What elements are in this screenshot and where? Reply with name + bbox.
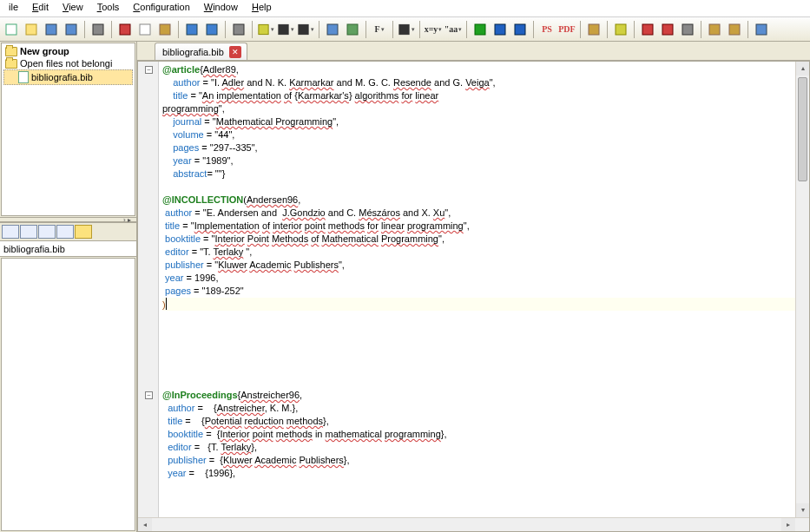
menu-ile[interactable]: ile (2, 0, 25, 16)
paste-button[interactable] (155, 20, 175, 39)
menu-window[interactable]: Window (197, 0, 245, 16)
menu-edit[interactable]: Edit (25, 0, 56, 16)
code-line[interactable]: booktitle = "Interior Point Methods of M… (162, 233, 795, 246)
highlight-button[interactable] (256, 20, 275, 39)
copy-button[interactable] (135, 20, 155, 39)
code-line[interactable] (162, 181, 795, 194)
code-line[interactable]: volume = "44", (162, 128, 795, 141)
forward-button[interactable] (510, 20, 530, 39)
code-line[interactable]: title = "An implementation of {Karmarkar… (162, 89, 795, 102)
ghost-button[interactable] (638, 20, 657, 39)
code-line[interactable]: journal = "Mathematical Programming", (162, 115, 795, 128)
mini-tab-3[interactable] (38, 225, 56, 239)
table-button[interactable] (323, 20, 342, 39)
grid2-button[interactable] (725, 20, 744, 39)
equation-button[interactable]: x=y (424, 20, 443, 39)
project-tree[interactable]: New groupOpen files not belongibibliogra… (2, 43, 135, 87)
code-line[interactable] (162, 350, 795, 363)
acrobat-button[interactable] (658, 20, 677, 39)
svg-rect-15 (347, 24, 358, 35)
code-line[interactable] (162, 376, 795, 389)
mini-tab-1[interactable] (2, 225, 19, 239)
close-icon[interactable]: ✕ (229, 46, 241, 58)
play-button[interactable] (491, 20, 510, 39)
code-line[interactable] (162, 337, 795, 350)
editor-tab-bibliografia[interactable]: bibliografia.bib ✕ (155, 43, 247, 60)
fold-gutter[interactable]: −− (138, 62, 159, 517)
code-line[interactable]: pages = "189-252" (162, 285, 795, 298)
svg-rect-7 (160, 24, 170, 35)
grid3-button[interactable] (752, 20, 771, 39)
code-line[interactable] (162, 311, 795, 324)
scroll-down-arrow-icon[interactable]: ▾ (796, 503, 809, 517)
image-button[interactable] (343, 20, 362, 39)
numbering-button[interactable] (296, 20, 315, 39)
menu-view[interactable]: View (56, 0, 90, 16)
cut-button[interactable] (115, 20, 135, 39)
svg-rect-9 (207, 24, 217, 35)
code-line[interactable]: year = {1996}, (162, 467, 795, 480)
code-line[interactable]: author = {Anstreicher, K. M.}, (162, 402, 795, 415)
code-line[interactable] (162, 363, 795, 376)
scroll-up-arrow-icon[interactable]: ▴ (796, 62, 809, 76)
save-button[interactable] (42, 20, 61, 39)
greek-button[interactable]: "aa (444, 20, 463, 39)
run-button[interactable] (471, 20, 490, 39)
redo-button[interactable] (202, 20, 221, 39)
code-line[interactable]: booktitle = {Interior point methods in m… (162, 428, 795, 441)
code-line[interactable]: ) (162, 298, 795, 311)
new-project-button[interactable] (2, 20, 21, 39)
open-button[interactable] (22, 20, 41, 39)
next-button[interactable] (584, 20, 603, 39)
pdf-button[interactable]: PDF (557, 20, 576, 39)
code-line[interactable]: title = "Implementation of interior poin… (162, 220, 795, 233)
code-line[interactable]: programming", (162, 102, 795, 115)
scroll-right-arrow-icon[interactable]: ▸ (781, 518, 795, 531)
code-line[interactable]: publisher = "Kluwer Academic Publishers"… (162, 259, 795, 272)
code-line[interactable] (162, 324, 795, 337)
menu-configuration[interactable]: Configuration (126, 0, 196, 16)
mini-tab-4[interactable] (56, 225, 74, 239)
find-button[interactable] (229, 20, 248, 39)
tree-node-bibliografia.bib[interactable]: bibliografia.bib (3, 69, 133, 85)
fold-toggle-icon[interactable]: − (145, 66, 153, 74)
svg-rect-14 (327, 24, 338, 35)
ps-button[interactable]: PS (537, 20, 556, 39)
tree-node-new-group[interactable]: New group (3, 45, 133, 57)
code-line[interactable]: @INCOLLECTION(Andersen96, (162, 194, 795, 207)
svg-rect-4 (93, 24, 103, 35)
code-editor[interactable]: @article{Adler89, author = "I. Adler and… (159, 62, 795, 517)
code-line[interactable]: pages = "297--335", (162, 141, 795, 154)
vertical-scrollbar[interactable]: ▴ ▾ (795, 62, 809, 517)
horizontal-scrollbar[interactable]: ◂ ▸ (138, 517, 809, 531)
code-line[interactable]: year = 1996, (162, 272, 795, 285)
code-line[interactable]: abstract= ""} (162, 167, 795, 181)
undo-button[interactable] (182, 20, 201, 39)
menu-tools[interactable]: Tools (90, 0, 127, 16)
code-line[interactable]: author = "E. Andersen and J.Gondzio and … (162, 207, 795, 220)
font-button[interactable]: F (370, 20, 389, 39)
print-button[interactable] (89, 20, 108, 39)
code-line[interactable]: title = {Potential reduction methods}, (162, 415, 795, 428)
code-line[interactable]: @article{Adler89, (162, 63, 795, 76)
code-line[interactable]: editor = "T. Terlaky ", (162, 246, 795, 259)
scroll-thumb[interactable] (798, 77, 807, 181)
align-button[interactable] (397, 20, 416, 39)
structure-panel (1, 258, 135, 531)
code-line[interactable]: year = "1989", (162, 154, 795, 167)
code-line[interactable]: editor = {T. Terlaky}, (162, 441, 795, 454)
code-line[interactable]: @InProceedings{Anstreicher96, (162, 389, 795, 402)
highlight2-button[interactable] (611, 20, 630, 39)
mini-tab-2[interactable] (20, 225, 37, 239)
grid1-button[interactable] (705, 20, 724, 39)
code-line[interactable]: publisher = {Kluwer Academic Publishers}… (162, 454, 795, 467)
save-all-button[interactable] (62, 20, 81, 39)
bullets-button[interactable] (276, 20, 295, 39)
menu-help[interactable]: Help (245, 0, 279, 16)
scroll-left-arrow-icon[interactable]: ◂ (138, 518, 152, 531)
mini-tab-5[interactable] (75, 225, 92, 239)
fold-toggle-icon[interactable]: − (145, 391, 153, 399)
code-line[interactable]: author = "I. Adler and N. K. Karmarkar a… (162, 76, 795, 89)
zoom-button[interactable] (678, 20, 697, 39)
tree-node-open-files-not-belongi[interactable]: Open files not belongi (3, 57, 133, 69)
